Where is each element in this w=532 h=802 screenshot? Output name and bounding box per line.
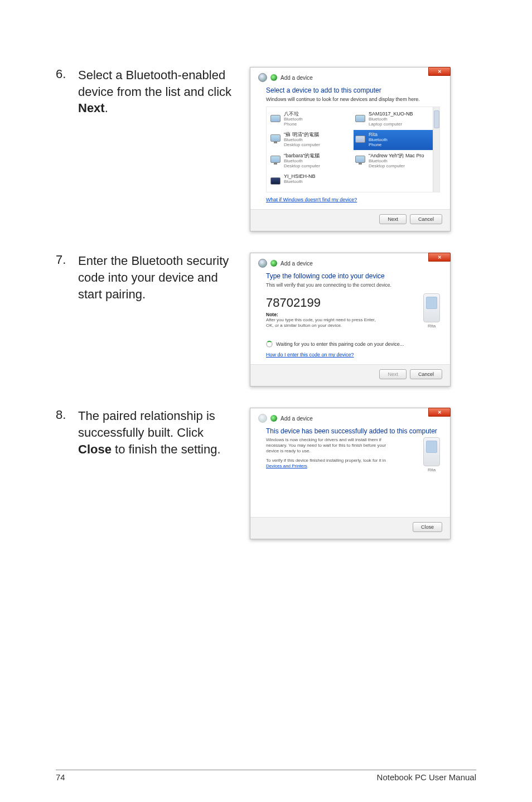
desktop-icon [270,132,280,146]
footer-label: Notebook PC User Manual [377,772,476,782]
step-6-text: Select a Bluetooth-enabled device from t… [78,67,234,231]
pairing-code: 78702199 [266,296,417,310]
step-8-bold: Close [78,442,112,456]
dialog2-window-label: Add a device [280,260,313,267]
step-8-text: The paired relationship is successfully … [78,408,234,539]
step-6-screenshot: ✕ Add a device Select a device to add to… [250,67,451,231]
device-item-selected[interactable]: RitaBluetoothPhone [354,130,437,149]
step-6-text-block: 6. Select a Bluetooth-enabled device fro… [56,67,234,231]
close-icon[interactable]: ✕ [428,67,451,76]
step-6-number: 6. [56,67,68,231]
device-caption: Rita [428,323,436,328]
next-button[interactable]: Next [379,214,407,224]
help-link[interactable]: What if Windows doesn't find my device? [266,197,357,202]
back-icon [258,414,267,423]
dialog1-title: Select a device to add to this computer [266,86,440,94]
desktop-icon [355,153,365,167]
step-7-screenshot: ✕ Add a device Type the following code i… [250,253,451,386]
back-icon[interactable] [258,259,267,268]
dialog-success: ✕ Add a device This device has been succ… [250,408,451,539]
device-item[interactable]: SAM1017_KUO-NBBluetoothLaptop computer [354,109,437,129]
dialog2-body: Type the following code into your device… [250,270,450,364]
phone-icon [423,293,440,322]
dialog1-body: Select a device to add to this computer … [250,84,450,209]
note-label: Note: [266,312,417,317]
dialog3-title: This device has been successfully added … [266,427,440,435]
desktop-icon [270,153,280,167]
help-link[interactable]: How do I enter this code on my device? [266,352,354,357]
step-7-row: 7. Enter the Bluetooth security code int… [56,253,476,386]
dialog-type-code: ✕ Add a device Type the following code i… [250,253,451,386]
dialog3-body1: Windows is now checking for drivers and … [266,437,389,453]
step-8-post: to finish the setting. [112,442,221,456]
dialog1-window-label: Add a device [280,75,313,81]
step-6-pre: Select a Bluetooth-enabled device from t… [78,68,231,99]
device-item[interactable]: YI_HSIEH-NBBluetooth [269,172,352,190]
app-icon [270,415,277,422]
body2-post: . [307,463,308,468]
phone-icon [270,112,280,125]
cancel-button[interactable]: Cancel [410,214,442,224]
app-icon [270,260,277,267]
next-button: Next [379,369,407,379]
scroll-thumb[interactable] [434,110,439,128]
dialog1-footer: Next Cancel [250,209,450,231]
page-content: 6. Select a Bluetooth-enabled device fro… [0,0,532,539]
dialog2-header: Add a device [250,253,450,270]
waiting-text: Waiting for you to enter this pairing co… [276,341,404,347]
step-6-post: . [105,101,108,115]
dialog-select-device: ✕ Add a device Select a device to add to… [250,67,451,231]
device-list: 八不垃BluetoothPhone SAM1017_KUO-NBBluetoot… [266,107,440,192]
scrollbar[interactable] [433,107,439,192]
waiting-status: Waiting for you to enter this pairing co… [266,341,440,347]
dialog1-subtitle: Windows will continue to look for new de… [266,96,440,102]
page-footer: 74 Notebook PC User Manual [56,770,476,782]
dialog3-body: This device has been successfully added … [250,425,450,517]
phone-icon [355,132,365,146]
spinner-icon [266,341,273,347]
step-8-pre: The paired relationship is successfully … [78,409,215,439]
dialog2-subtitle: This will verify that you are connecting… [266,282,440,288]
step-6-row: 6. Select a Bluetooth-enabled device fro… [56,67,476,231]
dialog3-body2: To verify if this device finished instal… [266,458,389,468]
dialog3-window-label: Add a device [280,416,313,422]
dialog3-footer: Close [250,517,450,539]
back-icon[interactable] [258,73,267,82]
dialog2-footer: Next Cancel [250,364,450,386]
step-7-text: Enter the Bluetooth security code into y… [78,253,234,386]
step-6-bold: Next [78,101,105,115]
device-item[interactable]: "蘇 明清"的電腦BluetoothDesktop computer [269,130,352,149]
device-item[interactable]: "Andrew Yeh"的 Mac ProBluetoothDesktop co… [354,151,437,171]
step-8-row: 8. The paired relationship is successful… [56,408,476,539]
device-thumbnail: Rita [423,437,440,472]
step-8-number: 8. [56,408,68,539]
laptop-icon [270,174,280,187]
devices-printers-link[interactable]: Devices and Printers [266,463,307,469]
page-number: 74 [56,772,65,782]
dialog2-title: Type the following code into your device [266,272,440,280]
laptop-icon [355,112,365,125]
step-7-number: 7. [56,253,68,386]
close-button[interactable]: Close [413,522,442,532]
device-thumbnail: Rita [423,293,440,328]
close-icon[interactable]: ✕ [428,253,451,262]
note-text: After you type this code, you might need… [266,317,383,328]
device-caption: Rita [428,467,436,472]
step-7-text-block: 7. Enter the Bluetooth security code int… [56,253,234,386]
body2-pre: To verify if this device finished instal… [266,458,386,463]
cancel-button[interactable]: Cancel [410,369,442,379]
step-8-screenshot: ✕ Add a device This device has been succ… [250,408,451,539]
step-8-text-block: 8. The paired relationship is successful… [56,408,234,539]
device-item[interactable]: "barbara"的電腦BluetoothDesktop computer [269,151,352,171]
app-icon [270,74,277,81]
dialog3-header: Add a device [250,408,450,425]
close-icon[interactable]: ✕ [428,408,451,417]
phone-icon [423,437,440,466]
dialog1-header: Add a device [250,67,450,84]
device-item[interactable]: 八不垃BluetoothPhone [269,109,352,129]
